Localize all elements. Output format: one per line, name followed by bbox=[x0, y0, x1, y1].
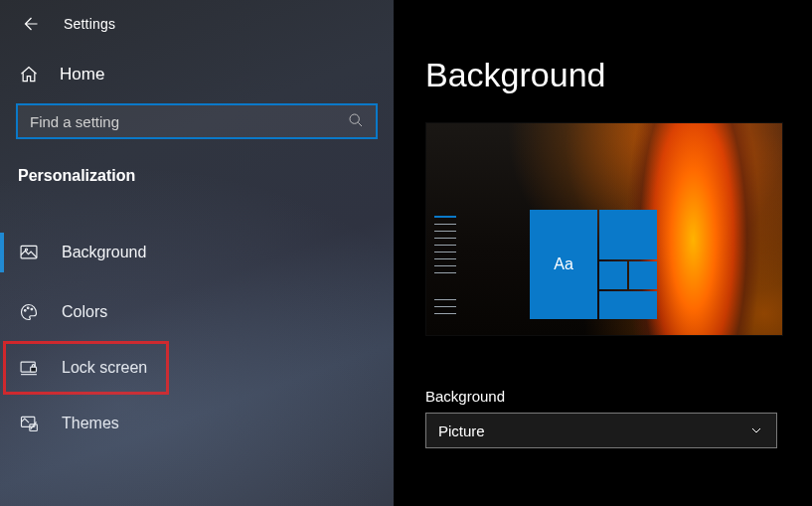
nav-item-label: Lock screen bbox=[62, 359, 147, 377]
search-icon bbox=[348, 112, 366, 130]
themes-icon bbox=[18, 413, 40, 434]
search-input[interactable] bbox=[30, 113, 348, 130]
lock-screen-icon bbox=[18, 357, 40, 379]
background-field-label: Background bbox=[425, 388, 812, 405]
svg-point-0 bbox=[350, 114, 359, 123]
svg-point-3 bbox=[24, 310, 26, 312]
search-box[interactable] bbox=[16, 103, 378, 139]
arrow-left-icon bbox=[21, 15, 39, 33]
main-panel: Background Aa bbox=[394, 0, 812, 506]
svg-point-4 bbox=[27, 307, 29, 309]
dropdown-selected-value: Picture bbox=[438, 422, 485, 439]
sidebar: Settings Home Personalization Backgro bbox=[0, 0, 394, 506]
preview-tile-text: Aa bbox=[530, 210, 597, 319]
nav-item-lock-screen[interactable]: Lock screen bbox=[4, 342, 168, 394]
window-title: Settings bbox=[64, 16, 115, 32]
home-icon bbox=[18, 64, 40, 85]
settings-window: Settings Home Personalization Backgro bbox=[0, 0, 812, 506]
background-preview: Aa bbox=[425, 122, 783, 336]
titlebar: Settings bbox=[0, 0, 394, 44]
svg-rect-7 bbox=[31, 367, 37, 372]
svg-point-5 bbox=[31, 308, 33, 310]
chevron-down-icon bbox=[748, 422, 764, 438]
preview-start-sim: Aa bbox=[434, 210, 608, 329]
back-button[interactable] bbox=[16, 10, 44, 38]
nav-item-label: Colors bbox=[62, 303, 107, 321]
nav-list: Background Colors Lock screen Themes bbox=[0, 199, 394, 453]
nav-item-background[interactable]: Background bbox=[0, 223, 394, 282]
section-header: Personalization bbox=[0, 139, 394, 199]
home-label: Home bbox=[60, 65, 104, 84]
background-type-dropdown[interactable]: Picture bbox=[425, 413, 777, 448]
svg-point-2 bbox=[25, 249, 27, 251]
nav-item-label: Themes bbox=[62, 415, 119, 432]
picture-icon bbox=[18, 242, 40, 263]
page-title: Background bbox=[425, 56, 812, 94]
nav-item-colors[interactable]: Colors bbox=[0, 282, 394, 342]
nav-item-label: Background bbox=[62, 244, 146, 261]
nav-item-themes[interactable]: Themes bbox=[0, 394, 394, 453]
home-link[interactable]: Home bbox=[0, 44, 394, 103]
palette-icon bbox=[18, 301, 40, 323]
